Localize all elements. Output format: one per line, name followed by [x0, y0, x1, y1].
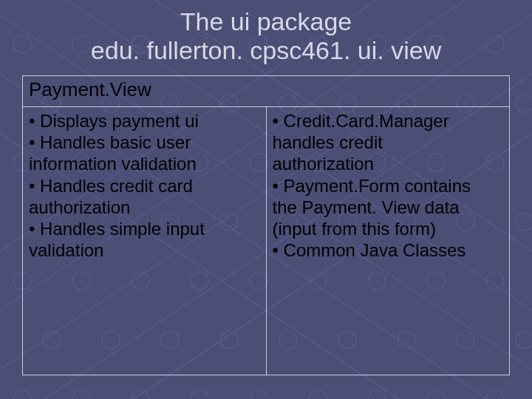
title-line-1: The ui package [180, 7, 352, 35]
left-line: • Handles basic user [29, 132, 260, 153]
slide-content: The ui package edu. fullerton. cpsc461. … [0, 0, 532, 375]
slide: The ui package edu. fullerton. cpsc461. … [0, 0, 532, 399]
svg-point-61 [427, 390, 445, 399]
left-column-text: • Displays payment ui • Handles basic us… [29, 110, 260, 262]
svg-point-54 [13, 390, 31, 399]
class-name: Payment.View [29, 78, 151, 100]
right-column-cell: • Credit.Card.Manager handles credit aut… [266, 106, 510, 375]
right-line: the Payment. View data [273, 197, 504, 218]
svg-point-55 [72, 390, 90, 399]
left-line: validation [29, 239, 260, 261]
right-line: (input from this form) [273, 218, 504, 239]
svg-point-57 [191, 390, 208, 399]
right-line: authorization [273, 153, 504, 174]
slide-title: The ui package edu. fullerton. cpsc461. … [22, 7, 510, 65]
title-line-2: edu. fullerton. cpsc461. ui. view [91, 36, 441, 64]
class-header-cell: Payment.View [23, 76, 510, 107]
left-line: • Handles simple input [29, 218, 260, 239]
right-line: • Common Java Classes [273, 239, 504, 261]
class-table: Payment.View • Displays payment ui • Han… [22, 75, 510, 375]
right-line: • Credit.Card.Manager [273, 110, 504, 132]
right-line: • Payment.Form contains [273, 175, 504, 197]
svg-point-62 [486, 390, 504, 399]
left-line: • Handles credit card [29, 175, 260, 197]
right-column-text: • Credit.Card.Manager handles credit aut… [273, 110, 504, 262]
svg-point-59 [309, 390, 327, 399]
right-line: handles credit [273, 132, 504, 153]
left-line: • Displays payment ui [29, 110, 260, 132]
svg-point-60 [368, 390, 386, 399]
left-line: information validation [29, 153, 260, 174]
left-column-cell: • Displays payment ui • Handles basic us… [23, 106, 267, 375]
svg-point-58 [250, 390, 267, 399]
left-line: authorization [29, 197, 260, 218]
